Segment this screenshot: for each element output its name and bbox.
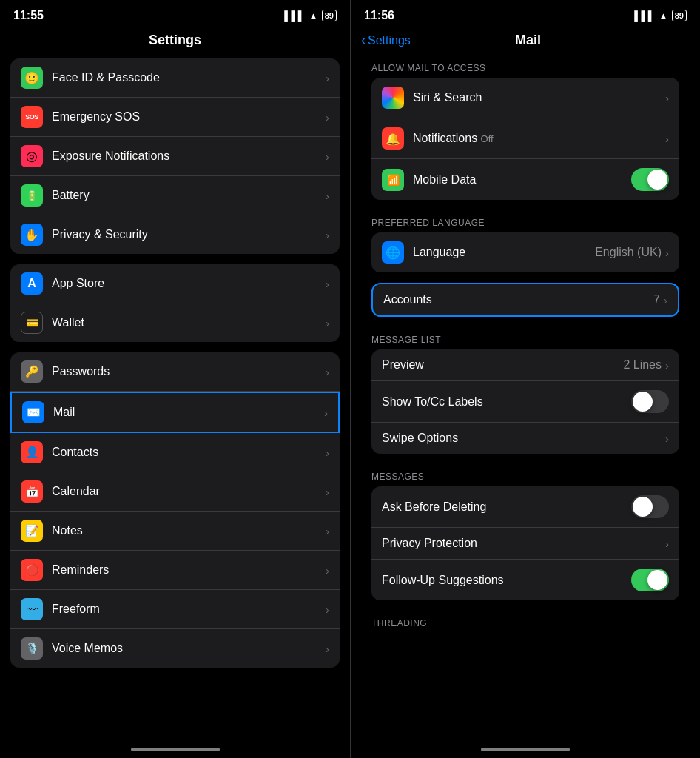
wallet-label: Wallet <box>52 316 321 329</box>
left-home-bar <box>131 748 220 751</box>
swipe-options-row[interactable]: Swipe Options › <box>371 423 679 454</box>
show-tocc-row[interactable]: Show To/Cc Labels <box>371 381 679 423</box>
sidebar-item-face-id[interactable]: 🙂 Face ID & Passcode › <box>10 58 340 98</box>
freeform-label: Freeform <box>52 603 321 616</box>
left-panel: 11:55 ▌▌▌ ▲ 89 Settings 🙂 Face ID & Pass… <box>0 0 350 758</box>
right-scroll: ALLOW MAIL TO ACCESS Siri & Search › 🔔 N… <box>351 56 700 743</box>
face-id-label: Face ID & Passcode <box>52 71 321 84</box>
right-status-icons: ▌▌▌ ▲ 89 <box>634 10 687 21</box>
right-status-bar: 11:56 ▌▌▌ ▲ 89 <box>351 0 700 27</box>
notifications-chevron: › <box>665 133 669 145</box>
left-status-bar: 11:55 ▌▌▌ ▲ 89 <box>0 0 350 27</box>
wallet-chevron: › <box>326 317 329 329</box>
preview-value: 2 Lines <box>623 358 662 372</box>
ask-before-deleting-row[interactable]: Ask Before Deleting <box>371 486 679 528</box>
privacy-label: Privacy & Security <box>52 228 321 241</box>
left-scroll: 🙂 Face ID & Passcode › SOS Emergency SOS… <box>0 58 350 743</box>
message-list-header: MESSAGE LIST <box>361 327 690 349</box>
voice-memos-icon: 🎙️ <box>21 637 43 660</box>
passwords-icon: 🔑 <box>21 360 43 383</box>
show-tocc-toggle[interactable] <box>631 390 669 413</box>
swipe-options-label: Swipe Options <box>382 432 458 444</box>
passwords-chevron: › <box>326 366 329 378</box>
preview-label: Preview <box>382 358 424 371</box>
right-page-title: Mail <box>411 33 645 48</box>
preview-row[interactable]: Preview 2 Lines › <box>371 349 679 381</box>
emergency-sos-label: Emergency SOS <box>52 110 321 124</box>
mail-chevron: › <box>324 406 328 419</box>
sidebar-item-battery[interactable]: 🔋 Battery › <box>10 176 340 215</box>
sidebar-item-privacy[interactable]: ✋ Privacy & Security › <box>10 215 340 254</box>
swipe-options-chevron: › <box>665 432 669 445</box>
sidebar-item-contacts[interactable]: 👤 Contacts › <box>10 433 340 472</box>
follow-up-row[interactable]: Follow-Up Suggestions <box>371 560 679 600</box>
siri-search-label: Siri & Search <box>413 91 482 104</box>
notes-icon: 📝 <box>21 520 43 542</box>
privacy-icon: ✋ <box>21 224 43 246</box>
emergency-sos-icon: SOS <box>21 106 43 128</box>
app-store-label: App Store <box>52 277 321 290</box>
signal-icon: ▌▌▌ <box>284 10 305 21</box>
language-row[interactable]: 🌐 Language English (UK) › <box>371 232 679 272</box>
threading-header: THREADING <box>361 611 690 633</box>
apps-group: 🔑 Passwords › ✉️ Mail › 👤 Contacts › <box>10 352 340 668</box>
messages-group: Ask Before Deleting Privacy Protection ›… <box>371 486 679 600</box>
right-battery-icon: 89 <box>672 10 687 21</box>
sidebar-item-reminders[interactable]: 🔴 Reminders › <box>10 551 340 590</box>
contacts-label: Contacts <box>52 446 321 459</box>
sidebar-item-freeform[interactable]: 〰 Freeform › <box>10 590 340 629</box>
notes-chevron: › <box>326 525 329 537</box>
reminders-chevron: › <box>326 564 329 577</box>
back-button[interactable]: ‹ Settings <box>361 33 411 48</box>
accounts-row[interactable]: Accounts 7 › <box>373 284 678 315</box>
exposure-chevron: › <box>326 150 329 163</box>
calendar-label: Calendar <box>52 485 321 498</box>
sidebar-item-calendar[interactable]: 📅 Calendar › <box>10 472 340 512</box>
siri-search-row[interactable]: Siri & Search › <box>371 78 679 118</box>
voice-memos-label: Voice Memos <box>52 642 321 655</box>
calendar-icon: 📅 <box>21 480 43 503</box>
app-store-icon: A <box>21 272 43 295</box>
ask-before-deleting-toggle[interactable] <box>631 495 669 518</box>
freeform-chevron: › <box>326 603 329 616</box>
privacy-protection-chevron: › <box>665 537 669 550</box>
sidebar-item-notes[interactable]: 📝 Notes › <box>10 512 340 551</box>
mobile-data-toggle[interactable] <box>631 168 669 191</box>
left-time: 11:55 <box>13 9 44 22</box>
mail-icon: ✉️ <box>22 401 44 423</box>
allow-mail-header: ALLOW MAIL TO ACCESS <box>361 56 690 78</box>
sidebar-item-app-store[interactable]: A App Store › <box>10 264 340 303</box>
message-list-group: Preview 2 Lines › Show To/Cc Labels Swip… <box>371 349 679 454</box>
language-icon: 🌐 <box>382 241 404 264</box>
privacy-protection-label: Privacy Protection <box>382 537 477 549</box>
calendar-chevron: › <box>326 486 329 498</box>
right-panel: 11:56 ▌▌▌ ▲ 89 ‹ Settings Mail ALLOW MAI… <box>350 0 700 758</box>
back-chevron-icon: ‹ <box>361 33 366 48</box>
notifications-row[interactable]: 🔔 Notifications Off › <box>371 118 679 159</box>
accounts-value: 7 <box>653 293 660 306</box>
siri-search-icon <box>382 87 404 109</box>
sidebar-item-wallet[interactable]: 💳 Wallet › <box>10 303 340 342</box>
wifi-icon: ▲ <box>309 10 318 21</box>
accounts-group-highlighted: Accounts 7 › <box>371 283 679 317</box>
sidebar-item-passwords[interactable]: 🔑 Passwords › <box>10 352 340 392</box>
mobile-data-row[interactable]: 📶 Mobile Data <box>371 159 679 200</box>
follow-up-toggle[interactable] <box>631 568 669 591</box>
exposure-label: Exposure Notifications <box>52 150 321 163</box>
battery-icon: 89 <box>322 10 337 21</box>
sidebar-item-exposure[interactable]: ◎ Exposure Notifications › <box>10 137 340 176</box>
follow-up-label: Follow-Up Suggestions <box>382 574 504 586</box>
app-store-chevron: › <box>326 278 329 290</box>
language-group: 🌐 Language English (UK) › <box>371 232 679 272</box>
sidebar-item-mail[interactable]: ✉️ Mail › <box>10 392 340 433</box>
right-home-bar <box>481 748 570 751</box>
privacy-protection-row[interactable]: Privacy Protection › <box>371 528 679 560</box>
preview-chevron: › <box>665 359 669 372</box>
right-nav: ‹ Settings Mail <box>351 27 700 56</box>
mail-label: Mail <box>53 406 320 419</box>
notifications-sublabel: Off <box>481 133 494 144</box>
right-time: 11:56 <box>364 9 394 22</box>
sidebar-item-emergency-sos[interactable]: SOS Emergency SOS › <box>10 98 340 137</box>
sidebar-item-voice-memos[interactable]: 🎙️ Voice Memos › <box>10 629 340 668</box>
voice-memos-chevron: › <box>326 643 329 655</box>
